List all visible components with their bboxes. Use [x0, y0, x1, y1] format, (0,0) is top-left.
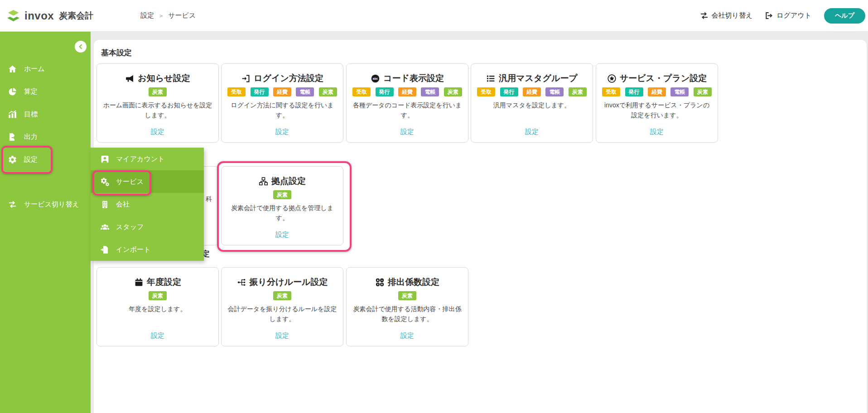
- badge-tanso: 炭素: [149, 87, 167, 96]
- breadcrumb: 設定 ＞ サービス: [140, 11, 196, 20]
- megaphone-icon: [125, 74, 135, 83]
- badge-keihi: 経費: [398, 87, 416, 96]
- sidebar-item-label: 算定: [24, 87, 38, 96]
- header: invox 炭素会計 設定 ＞ サービス 会社切り替え: [0, 0, 868, 32]
- sidebar-item-home[interactable]: ホーム: [0, 58, 91, 80]
- building-icon: [100, 200, 110, 209]
- card-title: サービス・プラン設定: [596, 72, 718, 84]
- app-logo[interactable]: invox 炭素会計: [6, 9, 93, 23]
- sidebar-item-shutsuryoku[interactable]: 出力: [0, 125, 91, 148]
- flyout-item-label: インポート: [116, 245, 150, 254]
- branch-icon: [237, 278, 246, 287]
- card-settings-link[interactable]: 設定: [97, 331, 218, 340]
- hidden-card-text-fragment: 科: [206, 195, 212, 203]
- badge-keihi: 経費: [273, 87, 291, 96]
- flyout-item-label: マイアカウント: [116, 155, 164, 163]
- staff-icon: [100, 222, 110, 232]
- sidebar-nav: ホーム 算定 目標: [0, 58, 91, 171]
- card-service-plan: サービス・プラン設定 受取 発行 経費 電帳 炭素 invoxで利用するサービス…: [596, 63, 718, 143]
- card-description: 各種データのコード表示設定を行います。: [347, 101, 468, 120]
- card-haishutsu-keisu: 排出係数設定 炭素 炭素会計で使用する活動内容・排出係数を設定します。 設定: [346, 267, 468, 346]
- card-settings-link[interactable]: 設定: [222, 331, 343, 340]
- math-ops-icon: [375, 278, 385, 287]
- sidebar-item-settei[interactable]: 設定: [0, 148, 91, 171]
- card-settings-link[interactable]: 設定: [347, 128, 468, 136]
- logout-button[interactable]: ログアウト: [764, 11, 811, 20]
- logout-icon: [764, 11, 774, 20]
- app-screen: invox 炭素会計 設定 ＞ サービス 会社切り替え: [0, 0, 868, 413]
- sidebar-item-santei[interactable]: 算定: [0, 80, 91, 103]
- badge-dencho: 電帳: [421, 87, 439, 96]
- chevron-left-icon: [77, 43, 85, 51]
- card-settings-link[interactable]: 設定: [222, 231, 343, 239]
- card-master-group: 汎用マスタグループ 受取 発行 経費 電帳 炭素 汎用マスタを設定します。 設定: [471, 63, 593, 143]
- badge-row: 受取 発行 経費 電帳 炭素: [596, 87, 718, 96]
- card-settings-link[interactable]: 設定: [347, 331, 468, 340]
- sidebar-item-mokuhyo[interactable]: 目標: [0, 103, 91, 125]
- calendar-icon: [134, 278, 144, 287]
- account-icon: [100, 154, 110, 164]
- flyout-item-service[interactable]: サービス: [91, 170, 204, 193]
- help-button[interactable]: ヘルプ: [824, 8, 865, 24]
- card-title: 汎用マスタグループ: [471, 72, 593, 84]
- badge-tanso: 炭素: [444, 87, 462, 96]
- card-code-display: abc コード表示設定 受取 発行 経費 電帳 炭素 各種データのコード表示設定…: [346, 63, 468, 143]
- list-icon: [486, 74, 496, 83]
- badge-uketori: 受取: [602, 87, 620, 96]
- badge-tanso: 炭素: [319, 87, 337, 96]
- flyout-item-my-account[interactable]: マイアカウント: [91, 148, 204, 170]
- badge-tanso: 炭素: [273, 291, 291, 300]
- card-nendo: 年度設定 炭素 年度を設定します。 設定: [96, 267, 219, 346]
- home-icon: [8, 64, 17, 74]
- card-settings-link[interactable]: 設定: [471, 128, 593, 136]
- card-title: 年度設定: [97, 276, 218, 288]
- card-settings-link[interactable]: 設定: [222, 128, 343, 136]
- breadcrumb-settings[interactable]: 設定: [140, 11, 154, 20]
- card-title: abc コード表示設定: [347, 72, 468, 84]
- badge-row: 炭素: [222, 291, 343, 300]
- badge-row: 受取 発行 経費 電帳 炭素: [347, 87, 468, 96]
- gear-icon: [8, 155, 17, 164]
- badge-row: 受取 発行 経費 電帳 炭素: [222, 87, 343, 96]
- card-description: ログイン方法に関する設定を行います。: [222, 101, 343, 120]
- star-circle-icon: [607, 74, 617, 83]
- sidebar-item-service-switch[interactable]: サービス切り替え: [0, 193, 91, 216]
- badge-hakko: 発行: [625, 87, 643, 96]
- badge-dencho: 電帳: [296, 87, 314, 96]
- card-description: 汎用マスタを設定します。: [471, 101, 593, 110]
- section-title-basic: 基本設定: [101, 48, 132, 58]
- badge-row: 受取 発行 経費 電帳 炭素: [471, 87, 593, 96]
- card-title: ログイン方法設定: [222, 72, 343, 84]
- badge-row: 炭素: [347, 291, 468, 300]
- badge-row: 炭素: [222, 190, 343, 199]
- brand-name: invox: [24, 10, 54, 22]
- product-name: 炭素会計: [59, 10, 93, 22]
- svg-text:abc: abc: [373, 77, 378, 80]
- flyout-item-company[interactable]: 会社: [91, 193, 204, 216]
- badge-keihi: 経費: [648, 87, 666, 96]
- switch-company-button[interactable]: 会社切り替え: [699, 11, 753, 20]
- sidebar-item-label: サービス切り替え: [24, 200, 79, 209]
- badge-uketori: 受取: [227, 87, 246, 96]
- flyout-item-import[interactable]: インポート: [91, 238, 204, 261]
- breadcrumb-service[interactable]: サービス: [168, 11, 196, 20]
- card-settings-link[interactable]: 設定: [596, 128, 718, 136]
- sidebar-item-label: 設定: [24, 155, 38, 164]
- sidebar-collapse-button[interactable]: [75, 41, 87, 53]
- export-doc-icon: [8, 132, 17, 142]
- sidebar-item-label: 出力: [24, 133, 38, 141]
- badge-tanso: 炭素: [149, 291, 167, 300]
- card-description: 会計データを振り分けるルールを設定します。: [222, 304, 343, 324]
- flyout-item-staff[interactable]: スタッフ: [91, 216, 204, 238]
- badge-hakko: 発行: [251, 87, 269, 96]
- swap-arrows-icon: [8, 200, 17, 209]
- badge-hakko: 発行: [376, 87, 394, 96]
- card-description: invoxで利用するサービス・プランの設定を行います。: [596, 101, 718, 120]
- pie-chart-icon: [8, 87, 17, 96]
- badge-hakko: 発行: [500, 87, 518, 96]
- badge-tanso: 炭素: [273, 190, 291, 199]
- card-title: 拠点設定: [222, 175, 343, 187]
- card-settings-link[interactable]: 設定: [97, 128, 218, 136]
- badge-row: 炭素: [97, 87, 218, 96]
- card-login-method: ログイン方法設定 受取 発行 経費 電帳 炭素 ログイン方法に関する設定を行いま…: [221, 63, 343, 143]
